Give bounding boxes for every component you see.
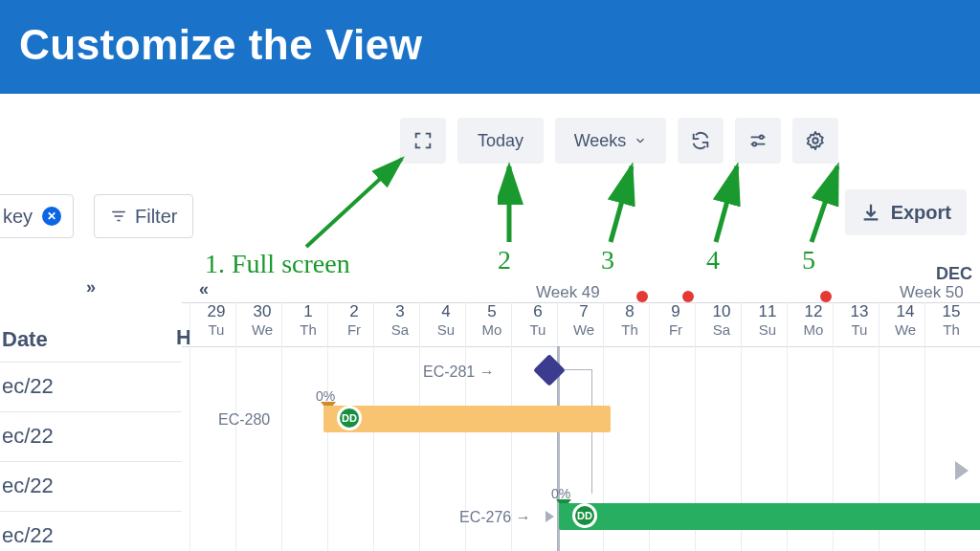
day-column: 12Mo <box>791 302 836 338</box>
svg-point-0 <box>760 136 764 140</box>
display-settings-button[interactable] <box>735 118 781 164</box>
day-column: 3Sa <box>377 302 423 338</box>
day-column: 13Tu <box>836 302 882 338</box>
page-banner: Customize the View <box>0 0 980 94</box>
assignee-avatar-280[interactable]: DD <box>337 406 362 430</box>
month-label: DEC <box>936 264 972 284</box>
left-column: » Date ec/22 ec/22 ec/22 ec/22 H <box>0 287 182 551</box>
annotation-arrow-3 <box>593 161 651 247</box>
scale-label: Weeks <box>574 131 627 151</box>
top-toolbar: Today Weeks <box>0 118 980 164</box>
holiday-dot <box>636 291 648 302</box>
date-row-0: ec/22 <box>0 363 182 412</box>
date-row-2: ec/22 <box>0 462 182 512</box>
day-column: 10Sa <box>699 302 745 338</box>
export-label: Export <box>891 202 951 224</box>
page-title: Customize the View <box>19 21 422 68</box>
task-label-276: EC-276 → <box>459 509 531 526</box>
grid-hline <box>182 346 980 347</box>
gantt-timeline: » Date ec/22 ec/22 ec/22 ec/22 H « DEC W… <box>0 287 980 551</box>
annotation-arrow-2 <box>498 161 526 247</box>
task-label-280: EC-280 <box>218 411 270 429</box>
task-bar-276[interactable] <box>559 503 980 530</box>
svg-line-3 <box>306 159 402 247</box>
day-column: 14We <box>882 302 928 338</box>
filter-label: Filter <box>135 206 177 228</box>
week-label-49: Week 49 <box>536 283 600 302</box>
scroll-left[interactable]: « <box>199 279 209 299</box>
annotation-arrow-5 <box>794 161 852 247</box>
date-row-1: ec/22 <box>0 412 182 462</box>
svg-line-6 <box>716 166 737 242</box>
task-bar-280[interactable] <box>323 406 611 432</box>
download-icon <box>860 202 881 223</box>
refresh-icon <box>690 130 711 151</box>
fullscreen-icon <box>412 130 434 151</box>
day-column: 9Fr <box>653 302 699 338</box>
filter-chip[interactable]: key ✕ <box>0 194 74 238</box>
scroll-right-icon[interactable] <box>955 461 969 480</box>
day-column: 7We <box>561 302 607 338</box>
dependency-arrowhead <box>546 511 554 522</box>
grid-zone[interactable]: « DEC Week 49 Week 50 29Tu30We1Th2Fr3Sa4… <box>182 270 980 551</box>
task-label-281: EC-281 → <box>423 364 495 381</box>
day-column: 11Su <box>745 302 791 338</box>
day-column: 15Th <box>928 302 974 338</box>
dependency-link <box>565 369 591 370</box>
today-label: Today <box>478 131 523 151</box>
chip-remove-icon[interactable]: ✕ <box>42 207 61 226</box>
chevron-down-icon <box>634 134 647 147</box>
refresh-button[interactable] <box>678 118 724 164</box>
svg-line-5 <box>611 166 632 242</box>
date-header: Date <box>0 318 182 363</box>
grid-vline <box>189 302 190 551</box>
day-column: 4Su <box>423 302 469 338</box>
day-column: 5Mo <box>469 302 515 338</box>
filter-button[interactable]: Filter <box>94 194 193 238</box>
toolbar-zone: Today Weeks key ✕ Filter Export 1. Fu <box>0 94 980 285</box>
day-column: 8Th <box>607 302 653 338</box>
day-column: 2Fr <box>331 302 377 338</box>
svg-point-2 <box>813 138 818 143</box>
chip-label: key <box>3 206 33 228</box>
export-button[interactable]: Export <box>845 189 967 235</box>
grid-vline <box>281 302 282 551</box>
day-column: 30We <box>239 302 285 338</box>
settings-button[interactable] <box>792 118 838 164</box>
milestone-281[interactable] <box>533 354 566 386</box>
filter-icon <box>110 208 127 225</box>
holiday-dot <box>682 291 694 302</box>
svg-point-1 <box>753 143 757 146</box>
annotation-arrow-1 <box>297 151 412 256</box>
holiday-dot <box>820 291 832 302</box>
sliders-icon <box>747 130 768 151</box>
today-button[interactable]: Today <box>457 118 544 164</box>
assignee-avatar-276[interactable]: DD <box>572 503 597 528</box>
week-label-50: Week 50 <box>900 283 964 302</box>
annotation-arrow-4 <box>699 161 756 247</box>
expand-handle[interactable]: » <box>86 277 96 298</box>
day-column: 1Th <box>285 302 331 338</box>
day-column: 6Tu <box>515 302 561 338</box>
date-row-3: ec/22 <box>0 512 182 551</box>
scale-dropdown[interactable]: Weeks <box>555 118 666 164</box>
day-column: 29Tu <box>193 302 239 338</box>
gear-icon <box>805 130 826 151</box>
svg-line-7 <box>812 166 837 242</box>
